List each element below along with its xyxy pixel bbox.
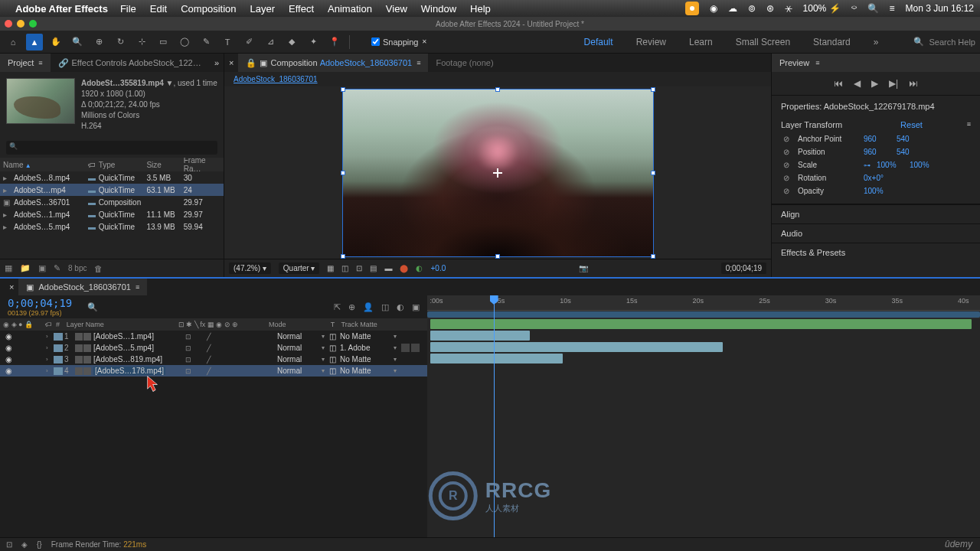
tracks-area[interactable]	[427, 318, 980, 364]
menu-animation[interactable]: Animation	[328, 3, 372, 15]
comp-mini-flowchart-icon[interactable]: ⇱	[334, 302, 341, 312]
layer-bar-4[interactable]	[430, 354, 563, 364]
panel-menu-icon[interactable]: ≡	[967, 120, 971, 129]
new-comp-icon[interactable]: ▣	[38, 263, 46, 273]
handle-tm[interactable]	[495, 87, 500, 92]
stopwatch-icon[interactable]: ⊘	[781, 187, 792, 195]
spotlight-icon[interactable]: 🔍	[867, 3, 879, 14]
sync-icon[interactable]: ⊛	[766, 3, 774, 14]
asset-thumbnail[interactable]	[6, 78, 75, 124]
guide-icon[interactable]: ▤	[370, 264, 377, 272]
brush-tool[interactable]: ✐	[240, 34, 257, 51]
reset-button[interactable]: Reset	[900, 120, 923, 129]
menu-edit[interactable]: Edit	[150, 3, 167, 15]
tabs-overflow-icon[interactable]: »	[210, 58, 224, 67]
zoom-tool[interactable]: 🔍	[69, 34, 86, 51]
project-row[interactable]: ▸AdobeS…5.mp4▬QuickTime13.9 MB59.94	[0, 220, 224, 233]
pen-tool[interactable]: ✎	[198, 34, 214, 51]
stopwatch-icon[interactable]: ⊘	[781, 135, 792, 143]
toggle-modes-icon[interactable]: ◈	[21, 540, 28, 549]
snapping-checkbox[interactable]	[371, 37, 380, 46]
bpc-button[interactable]: 8 bpc	[68, 264, 87, 272]
handle-br[interactable]	[651, 254, 655, 259]
stopwatch-icon[interactable]: ⊘	[781, 148, 792, 156]
link-icon[interactable]: ⊶	[864, 161, 871, 169]
rotation-tool[interactable]: ↻	[112, 34, 129, 51]
tab-footage[interactable]: Footage (none)	[428, 54, 501, 72]
stopwatch-icon[interactable]: ⊘	[781, 174, 792, 182]
adjust-exposure-icon[interactable]: ◐	[416, 264, 423, 272]
timeline-search-icon[interactable]: 🔍	[87, 302, 98, 312]
controlcenter-icon[interactable]: ≡	[890, 3, 895, 14]
orbit-tool[interactable]: ⊕	[90, 34, 107, 51]
prev-frame-button[interactable]: ◀	[854, 78, 861, 89]
toggle-in-out-icon[interactable]: {}	[37, 540, 42, 549]
audio-panel-header[interactable]: Audio	[772, 223, 980, 243]
scale-x[interactable]: 100%	[877, 161, 903, 169]
handle-bl[interactable]	[341, 254, 345, 259]
tab-project[interactable]: Project≡	[0, 54, 51, 72]
close-timeline-tab[interactable]: ×	[5, 282, 18, 292]
quality-dropdown[interactable]: Quarter ▾	[279, 262, 320, 274]
menu-view[interactable]: View	[386, 3, 407, 15]
channel-icon[interactable]: ▬	[384, 264, 392, 272]
play-button[interactable]: ▶	[871, 78, 878, 89]
selection-tool[interactable]: ▲	[26, 34, 43, 51]
battery-status[interactable]: 100% ⚡	[803, 3, 841, 14]
preview-header[interactable]: Preview≡	[772, 54, 980, 72]
cc-icon[interactable]: ⊚	[748, 3, 756, 14]
workspace-small[interactable]: Small Screen	[736, 37, 790, 47]
puppet-tool[interactable]: 📍	[326, 34, 343, 51]
app-name[interactable]: Adobe After Effects	[15, 3, 108, 15]
comp-breadcrumb[interactable]: AdobeStock_186036701	[224, 72, 771, 86]
workspace-default[interactable]: Default	[584, 37, 613, 47]
rotation-value[interactable]: 0x+0°	[864, 174, 890, 182]
interpret-icon[interactable]: ▦	[5, 263, 12, 273]
go-to-end-button[interactable]: ⏭	[909, 78, 918, 89]
snapshot-icon[interactable]: 📷	[579, 264, 588, 272]
layer-bar-3[interactable]	[430, 342, 724, 352]
menu-layer[interactable]: Layer	[250, 3, 276, 15]
exposure-value[interactable]: +0.0	[430, 264, 446, 272]
project-row[interactable]: ▣AdobeS…36701▬Composition29.97	[0, 196, 224, 208]
ellipse-tool[interactable]: ◯	[176, 34, 193, 51]
align-panel-header[interactable]: Align	[772, 204, 980, 223]
record-icon[interactable]	[685, 2, 699, 15]
work-area[interactable]	[427, 311, 980, 318]
anchor-x[interactable]: 960	[864, 135, 890, 143]
handle-bm[interactable]	[495, 254, 500, 259]
snapping-toggle[interactable]: Snapping ✕	[371, 37, 427, 47]
rectangle-tool[interactable]: ▭	[155, 34, 172, 51]
tab-composition[interactable]: 🔒 ▣ Composition AdobeStock_186036701 ≡	[238, 54, 428, 72]
region-icon[interactable]: ⊡	[356, 264, 362, 272]
anchor-tool[interactable]: ⊹	[133, 34, 150, 51]
go-to-start-button[interactable]: ⏮	[834, 78, 843, 89]
project-search-input[interactable]	[6, 141, 217, 155]
composition-viewport[interactable]	[224, 86, 771, 259]
tab-effect-controls[interactable]: 🔗 Effect Controls AdobeStock_122…	[51, 54, 209, 72]
anchor-y[interactable]: 540	[897, 135, 923, 143]
type-tool[interactable]: T	[219, 34, 236, 51]
wifi-icon[interactable]: ⌔	[851, 3, 857, 14]
workspace-more[interactable]: »	[874, 37, 879, 47]
draft3d-icon[interactable]: ⊕	[348, 302, 355, 312]
motion-blur-icon[interactable]: ◐	[397, 302, 404, 312]
project-row[interactable]: ▸AdobeS…8.mp4▬QuickTime3.5 MB30	[0, 171, 224, 184]
stopwatch-icon[interactable]: ⊘	[781, 161, 792, 169]
menu-help[interactable]: Help	[470, 3, 491, 15]
maximize-window-button[interactable]	[29, 20, 37, 28]
layer-row[interactable]: ◉›3[AdobeS…819.mp4]⊡╱Normal▾◫No Matte▾	[0, 354, 427, 365]
graph-editor-icon[interactable]: ▣	[412, 302, 420, 312]
cloud-icon[interactable]: ☁	[728, 3, 737, 14]
delete-icon[interactable]: 🗑	[94, 264, 103, 273]
toggle-mask-icon[interactable]: ◫	[341, 264, 348, 272]
handle-tr[interactable]	[651, 87, 655, 92]
layer-bar-2[interactable]	[430, 331, 530, 341]
time-ruler[interactable]: :00s 05s 10s 15s 20s 25s 30s 35s 40s	[427, 295, 980, 311]
zoom-dropdown[interactable]: (47.2%) ▾	[229, 262, 271, 274]
scale-y[interactable]: 100%	[910, 161, 936, 169]
adjustments-icon[interactable]: ✎	[54, 263, 60, 273]
next-frame-button[interactable]: ▶|	[889, 78, 898, 89]
frame-blend-icon[interactable]: ◫	[381, 302, 389, 312]
reset-exposure-icon[interactable]: ⬤	[400, 264, 408, 272]
